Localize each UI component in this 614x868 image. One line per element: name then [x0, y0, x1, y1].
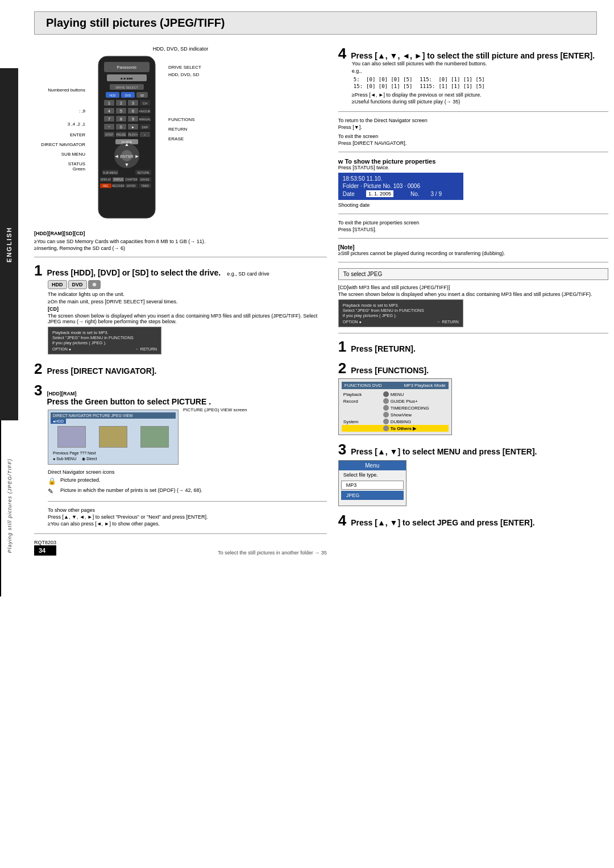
enter-label: ENTER [34, 132, 85, 137]
also-press-note: ≥You can also press [◄, ►] to show other… [48, 521, 327, 527]
menu-item-jpeg[interactable]: JPEG [341, 491, 404, 500]
drive-buttons: HDD DVD ⊕ [48, 280, 327, 289]
svg-text:6: 6 [132, 109, 134, 113]
section-side-label: Playing still pictures (JPEG/TIFF) [0, 415, 18, 596]
svg-text:▲: ▲ [125, 141, 130, 147]
drive-select-note: ≥On the main unit, press [DRIVE SELECT] … [48, 299, 327, 304]
select-jpeg-label: To select JPEG [343, 271, 382, 277]
right-step3-header: 3 Press [▲, ▼] to select MENU and press … [338, 442, 608, 457]
remote-right-labels: DRIVE SELECT HDD, DVD, SD FUNCTIONS RETU… [168, 53, 208, 141]
func-row-1: Playback MENU [342, 391, 449, 398]
step3-hdd-ram-label: [HDD][RAM] [47, 391, 211, 397]
right-step3-number: 3 [338, 442, 346, 457]
eg-num-5: 5: [352, 76, 364, 83]
hdd-drive-btn[interactable]: HDD [48, 280, 67, 289]
dvd-drive-btn[interactable]: DVD [68, 280, 87, 289]
svg-text:ERASE: ERASE [140, 178, 149, 181]
step2-number: 2 [34, 361, 42, 376]
sub-menu-label: SUB MENU [34, 152, 85, 157]
select-still-note: To select the still pictures in another … [218, 550, 327, 556]
svg-text:CHAPTER: CHAPTER [125, 178, 138, 181]
icon1-text: Picture protected. [60, 477, 101, 483]
page-num: 34 [39, 547, 45, 554]
svg-text:◄: ◄ [114, 153, 119, 159]
nav-screen-controls: ● Sub MENU ◉ Direct [51, 456, 176, 462]
nav-bottom-text: Previous Page ??? Next [53, 451, 96, 455]
step4-title: Press [▲, ▼, ◄, ►] to select the still p… [351, 51, 595, 60]
menu-item-mp3[interactable]: MP3 [341, 481, 404, 490]
right-step2-header: 2 Press [FUNCTIONS]. [338, 361, 608, 375]
status-green-label: STATUS Green [34, 161, 85, 172]
svg-text:DVD: DVD [125, 94, 131, 97]
svg-text:RECOVER: RECOVER [112, 185, 125, 187]
remote-left-labels: Numbered buttons : ,9 3 ,4 ,2 ,1 ENTER D… [34, 53, 85, 172]
svg-text:■ ■ ■■■: ■ ■ ■■■ [121, 77, 133, 80]
eg-num-115: 115: [414, 76, 437, 83]
cd-small-screen: Playback mode is set to MP3. Select "JPE… [48, 327, 161, 354]
date-val: 1. 1. 2005 [366, 190, 393, 197]
left-column: HDD, DVD, SD indicator Numbered buttons … [34, 46, 327, 556]
divider2 [48, 501, 327, 502]
divider3 [34, 533, 327, 534]
bottom-left: RQT8203 34 To select the still pictures … [34, 540, 327, 556]
erase-label-right: ERASE [168, 136, 208, 141]
step3-number: 3 [34, 383, 42, 398]
examples-table: 5: [0] [0] [0] [5] 115: [0] [1] [1] [5] … [352, 76, 487, 90]
note-box: [Note] ≥Still pictures cannot be played … [338, 244, 608, 256]
hdd-dvd-sd-label-right: HDD, DVD, SD [168, 72, 208, 77]
func-row-5: System DUBBING [342, 418, 449, 425]
section-label-text: Playing still pictures (JPEG/TIFF) [7, 458, 13, 553]
functions-screenshot: FUNCTIONS DVD MP3 Playback Mode Playback… [338, 378, 452, 435]
svg-text:CH: CH [143, 102, 148, 105]
nav-ctrl2: ◉ Direct [82, 457, 97, 461]
svg-text:HDD: HDD [110, 94, 116, 97]
step2-title: Press [DIRECT NAVIGATOR]. [47, 366, 156, 376]
svg-text:1: 1 [108, 101, 110, 105]
step4-note1: ≥Press [◄, ►] to display the previous or… [352, 92, 608, 98]
svg-text:FAVOUR.: FAVOUR. [139, 110, 151, 113]
pic-props-box: 18:53:50 11.10. Folder · Picture No. 103… [338, 173, 463, 200]
cd-screen-return: ← RETURN [135, 347, 157, 351]
divider4 [338, 111, 608, 112]
right-step4-section: 4 Press [▲, ▼] to select JPEG and press … [338, 513, 608, 528]
svg-text:STOP: STOP [105, 133, 113, 136]
return-label-right: RETURN [168, 127, 208, 132]
svg-text:ENTER: ENTER [120, 155, 134, 158]
cd-screen2-option: OPTION ● [343, 320, 362, 324]
cd-screen-line3: if you play pictures ( JPEG ). [52, 340, 157, 345]
step1-header: 1 Press [HDD], [DVD] or [SD] to select t… [34, 263, 327, 278]
svg-text:DRIVE SELECT: DRIVE SELECT [115, 86, 138, 89]
svg-text:SKIP: SKIP [142, 126, 148, 129]
model-number-area: RQT8203 34 [34, 540, 56, 556]
svg-text:►: ► [135, 153, 140, 159]
svg-text:2: 2 [120, 101, 122, 105]
direct-nav-icons-label: Direct Navigator screen icons [48, 469, 327, 475]
func-row-3-val: TIMERECORDING [391, 406, 429, 411]
sd-drive-btn[interactable]: ⊕ [88, 280, 101, 289]
svg-text:+: + [144, 133, 146, 136]
step4-number: 4 [338, 46, 346, 61]
step4-note2: ≥Useful functions during still picture p… [352, 99, 608, 105]
icon1-desc: 🔒 Picture protected. [48, 477, 327, 485]
colon9-label: : ,9 [34, 108, 85, 114]
drive-buttons-row: HDD DVD ⊕ [48, 280, 327, 289]
remote-diagram-container: Numbered buttons : ,9 3 ,4 ,2 ,1 ENTER D… [34, 53, 327, 225]
step3-section: 3 [HDD][RAM] Press the Green button to s… [34, 383, 327, 526]
indicator-note: The indicator lights up on the unit. [48, 291, 327, 297]
step1-number: 1 [34, 263, 42, 278]
thumb3 [140, 426, 169, 448]
eg-num-15: 15: [352, 83, 364, 90]
svg-text:TIMER: TIMER [141, 185, 150, 187]
divider1 [34, 257, 327, 257]
arrows-label: 3 ,4 ,2 ,1 [34, 122, 85, 127]
svg-text:7: 7 [108, 117, 110, 121]
cd-screen2-controls: OPTION ● ← RETURN [343, 320, 459, 324]
page-title: Playing still pictures (JPEG/TIFF) [46, 16, 225, 29]
show-other-detail: Press [▲, ▼, ◄, ►] to select "Previous" … [48, 514, 327, 520]
svg-text:REC: REC [103, 185, 109, 187]
pic-props-folder: Folder · Picture No. 103 · 0006 [343, 183, 459, 189]
step4-eg: e.g., [352, 68, 608, 74]
svg-text:DISPLAY: DISPLAY [101, 178, 111, 181]
divider7 [338, 238, 608, 239]
step1-content: Press [HDD], [DVD] or [SD] to select the… [47, 268, 269, 278]
